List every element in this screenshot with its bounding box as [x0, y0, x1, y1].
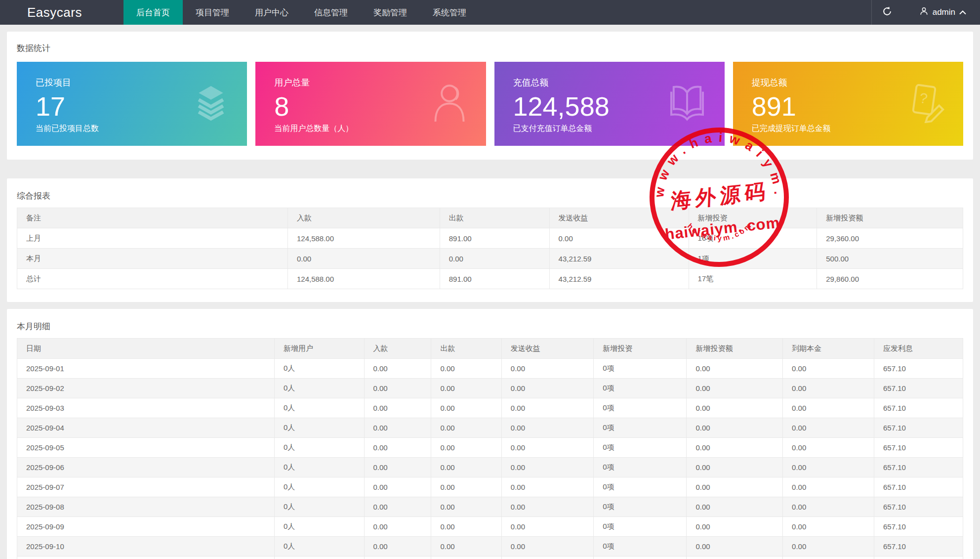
column-header: 入款: [287, 208, 440, 228]
table-cell: 0.00: [364, 458, 431, 477]
table-cell: 0.00: [287, 249, 440, 269]
table-cell: 0项: [594, 458, 687, 477]
table-row: 2025-09-090人0.000.000.000项0.000.00657.10: [17, 517, 963, 537]
table-cell: 657.10: [874, 458, 963, 477]
table-cell: 0人: [274, 458, 364, 477]
table-cell: 总计: [17, 269, 288, 289]
table-row: 2025-09-080人0.000.000.000项0.000.00657.10: [17, 497, 963, 517]
table-cell: 0.00: [501, 359, 593, 379]
refresh-button[interactable]: [871, 0, 902, 25]
table-cell: 29,860.00: [817, 269, 963, 289]
table-cell: 0.00: [687, 438, 783, 458]
nav-item-info[interactable]: 信息管理: [301, 0, 361, 25]
nav-item-rewards[interactable]: 奖励管理: [361, 0, 420, 25]
detail-title: 本月明细: [17, 321, 963, 332]
table-cell: 0.00: [431, 497, 501, 517]
table-cell: 0.00: [431, 359, 501, 379]
column-header: 应发利息: [874, 339, 963, 359]
column-header: 入款: [364, 339, 431, 359]
column-header: 新增投资额: [817, 208, 963, 228]
table-cell: 17笔: [689, 269, 817, 289]
table-cell: 0.00: [783, 497, 874, 517]
table-cell: 657.10: [874, 557, 963, 559]
table-cell: 43,212.59: [549, 249, 689, 269]
table-cell: 0.00: [687, 359, 783, 379]
table-cell: 0.00: [364, 379, 431, 398]
table-cell: 0.00: [687, 517, 783, 537]
user-icon: [431, 82, 468, 126]
nav-item-home[interactable]: 后台首页: [123, 0, 183, 25]
navbar-right: admin: [871, 0, 980, 25]
table-cell: 0.00: [431, 557, 501, 559]
table-cell: 0.00: [431, 537, 501, 557]
table-cell: 0.00: [501, 458, 593, 477]
table-cell: 0.00: [783, 537, 874, 557]
table-cell: 124,588.00: [287, 269, 440, 289]
table-cell: 657.10: [874, 379, 963, 398]
doc-question-icon: ?: [907, 83, 945, 125]
column-header: 新增投资: [689, 208, 817, 228]
detail-table: 日期新增用户入款出款发送收益新增投资新增投资额到期本金应发利息 2025-09-…: [17, 338, 963, 559]
refresh-icon: [882, 6, 893, 19]
table-cell: 657.10: [874, 359, 963, 379]
detail-panel: 本月明细 日期新增用户入款出款发送收益新增投资新增投资额到期本金应发利息 202…: [7, 309, 973, 559]
column-header: 发送收益: [501, 339, 593, 359]
table-cell: 0.00: [501, 418, 593, 438]
table-cell: 0.00: [364, 477, 431, 497]
card-desc: 当前已投项目总数: [36, 124, 228, 134]
table-cell: 0.00: [501, 379, 593, 398]
table-cell: 891.00: [440, 228, 549, 249]
table-cell: 0.00: [364, 517, 431, 537]
table-cell: 0项: [594, 477, 687, 497]
table-cell: 500.00: [817, 249, 963, 269]
table-cell: 0人: [274, 497, 364, 517]
stat-card-total-users: 用户总量 8 当前用户总数量（人）: [255, 62, 486, 146]
table-cell: 0人: [274, 557, 364, 559]
table-cell: 0.00: [431, 517, 501, 537]
table-cell: 0人: [274, 418, 364, 438]
table-cell: 0.00: [783, 359, 874, 379]
table-cell: 0.00: [501, 557, 593, 559]
table-row: 本月0.000.0043,212.591项500.00: [17, 249, 963, 269]
stats-title: 数据统计: [17, 43, 963, 54]
table-cell: 43,212.59: [549, 269, 689, 289]
table-cell: 0.00: [364, 438, 431, 458]
table-cell: 0.00: [783, 557, 874, 559]
stat-card-invested-projects: 已投项目 17 当前已投项目总数: [17, 62, 247, 146]
table-cell: 本月: [17, 249, 288, 269]
detail-header-row: 日期新增用户入款出款发送收益新增投资新增投资额到期本金应发利息: [17, 339, 963, 359]
stat-card-withdraw-total: 提现总额 891 已完成提现订单总金额 ?: [733, 62, 963, 146]
table-cell: 0项: [594, 418, 687, 438]
nav-item-users[interactable]: 用户中心: [242, 0, 301, 25]
table-cell: 0.00: [431, 458, 501, 477]
table-cell: 657.10: [874, 438, 963, 458]
column-header: 备注: [17, 208, 288, 228]
table-cell: 0.00: [364, 497, 431, 517]
table-cell: 0人: [274, 379, 364, 398]
table-cell: 2025-09-10: [17, 537, 275, 557]
nav-item-system[interactable]: 系统管理: [420, 0, 479, 25]
table-cell: 0.00: [501, 438, 593, 458]
username: admin: [933, 7, 955, 17]
report-title: 综合报表: [17, 190, 963, 202]
stat-card-recharge-total: 充值总额 124,588 已支付充值订单总金额: [494, 62, 725, 146]
table-cell: 657.10: [874, 418, 963, 438]
table-cell: 657.10: [874, 477, 963, 497]
nav-item-projects[interactable]: 项目管理: [183, 0, 242, 25]
table-cell: 657.10: [874, 398, 963, 418]
table-cell: 0.00: [783, 379, 874, 398]
report-header-row: 备注入款出款发送收益新增投资新增投资额: [17, 208, 963, 228]
table-cell: 657.10: [874, 537, 963, 557]
table-cell: 0.00: [687, 497, 783, 517]
table-cell: 2025-09-05: [17, 438, 275, 458]
table-row: 上月124,588.00891.000.0016项29,360.00: [17, 228, 963, 249]
table-cell: 0.00: [501, 537, 593, 557]
table-cell: 0.00: [431, 477, 501, 497]
user-icon: [919, 6, 929, 18]
nav-item-label: 系统管理: [433, 7, 466, 18]
nav-item-label: 项目管理: [196, 7, 229, 18]
table-cell: 2025-09-03: [17, 398, 275, 418]
user-menu[interactable]: admin: [902, 0, 980, 25]
layers-icon: [193, 83, 229, 125]
top-navbar: Easycars 后台首页 项目管理 用户中心 信息管理 奖励管理 系统管理 a…: [0, 0, 980, 25]
